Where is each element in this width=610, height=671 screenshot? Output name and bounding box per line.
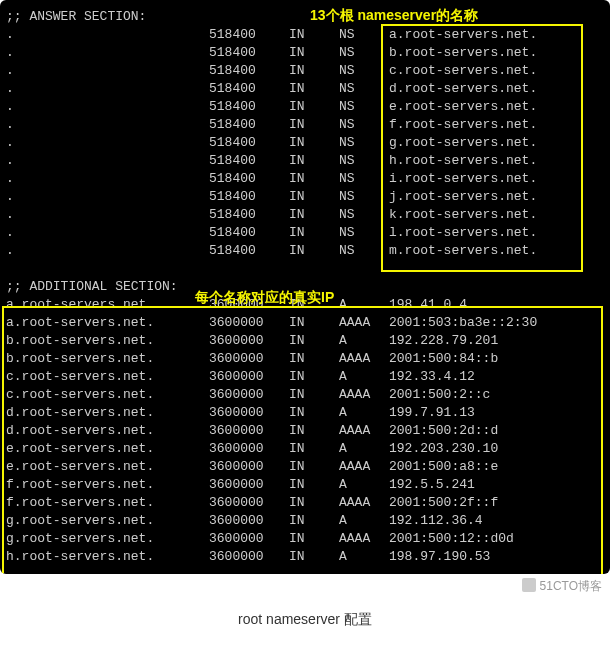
- answer-name: .: [6, 224, 209, 242]
- additional-type: A: [339, 368, 389, 386]
- additional-row: a.root-servers.net.3600000INAAAA2001:503…: [6, 314, 604, 332]
- answer-ttl: 518400: [209, 170, 289, 188]
- additional-ttl: 3600000: [209, 512, 289, 530]
- additional-type: A: [339, 548, 389, 566]
- additional-name: b.root-servers.net.: [6, 350, 209, 368]
- answer-class: IN: [289, 134, 339, 152]
- additional-name: b.root-servers.net.: [6, 332, 209, 350]
- additional-ttl: 3600000: [209, 368, 289, 386]
- additional-class: IN: [289, 476, 339, 494]
- additional-ttl: 3600000: [209, 314, 289, 332]
- additional-type: A: [339, 476, 389, 494]
- answer-type: NS: [339, 62, 389, 80]
- answer-class: IN: [289, 242, 339, 260]
- answer-ttl: 518400: [209, 134, 289, 152]
- terminal-output[interactable]: 13个根 nameserver的名称 ;; ANSWER SECTION: .5…: [0, 0, 610, 574]
- answer-value: a.root-servers.net.: [389, 26, 604, 44]
- additional-class: IN: [289, 548, 339, 566]
- answer-row: .518400INNSd.root-servers.net.: [6, 80, 604, 98]
- additional-name: h.root-servers.net.: [6, 548, 209, 566]
- additional-row: b.root-servers.net.3600000INAAAA2001:500…: [6, 350, 604, 368]
- answer-name: .: [6, 44, 209, 62]
- additional-name: g.root-servers.net.: [6, 512, 209, 530]
- additional-value: 192.112.36.4: [389, 512, 604, 530]
- additional-ttl: 3600000: [209, 404, 289, 422]
- answer-ttl: 518400: [209, 242, 289, 260]
- additional-row: d.root-servers.net.3600000INAAAA2001:500…: [6, 422, 604, 440]
- additional-value: 192.5.5.241: [389, 476, 604, 494]
- answer-value: i.root-servers.net.: [389, 170, 604, 188]
- additional-ttl: 3600000: [209, 386, 289, 404]
- answer-row: .518400INNSm.root-servers.net.: [6, 242, 604, 260]
- additional-type: A: [339, 296, 389, 314]
- answer-name: .: [6, 116, 209, 134]
- answer-class: IN: [289, 80, 339, 98]
- answer-type: NS: [339, 188, 389, 206]
- additional-name: a.root-servers.net.: [6, 296, 209, 314]
- answer-row: .518400INNSe.root-servers.net.: [6, 98, 604, 116]
- answer-value: c.root-servers.net.: [389, 62, 604, 80]
- additional-ttl: 3600000: [209, 494, 289, 512]
- additional-value: 192.228.79.201: [389, 332, 604, 350]
- additional-row: e.root-servers.net.3600000INA192.203.230…: [6, 440, 604, 458]
- additional-class: IN: [289, 368, 339, 386]
- answer-name: .: [6, 80, 209, 98]
- answer-type: NS: [339, 170, 389, 188]
- answer-row: .518400INNSf.root-servers.net.: [6, 116, 604, 134]
- additional-name: d.root-servers.net.: [6, 422, 209, 440]
- answer-value: k.root-servers.net.: [389, 206, 604, 224]
- additional-name: e.root-servers.net.: [6, 440, 209, 458]
- answer-ttl: 518400: [209, 188, 289, 206]
- additional-class: IN: [289, 386, 339, 404]
- answer-class: IN: [289, 98, 339, 116]
- answer-row: .518400INNSg.root-servers.net.: [6, 134, 604, 152]
- additional-type: AAAA: [339, 350, 389, 368]
- additional-class: IN: [289, 458, 339, 476]
- additional-section: a.root-servers.net.3600000INA198.41.0.4a…: [6, 296, 604, 566]
- answer-type: NS: [339, 242, 389, 260]
- additional-value: 2001:500:a8::e: [389, 458, 604, 476]
- answer-type: NS: [339, 224, 389, 242]
- additional-ttl: 3600000: [209, 350, 289, 368]
- answer-class: IN: [289, 206, 339, 224]
- additional-value: 198.97.190.53: [389, 548, 604, 566]
- answer-value: e.root-servers.net.: [389, 98, 604, 116]
- caption: root nameserver 配置: [0, 611, 610, 629]
- additional-class: IN: [289, 440, 339, 458]
- additional-value: 2001:500:2d::d: [389, 422, 604, 440]
- additional-ttl: 3600000: [209, 422, 289, 440]
- answer-ttl: 518400: [209, 98, 289, 116]
- additional-ttl: 3600000: [209, 548, 289, 566]
- answer-type: NS: [339, 152, 389, 170]
- additional-class: IN: [289, 530, 339, 548]
- additional-value: 2001:500:2f::f: [389, 494, 604, 512]
- answer-type: NS: [339, 134, 389, 152]
- answer-name: .: [6, 170, 209, 188]
- svg-rect-0: [522, 578, 536, 592]
- additional-value: 2001:500:12::d0d: [389, 530, 604, 548]
- answer-value: m.root-servers.net.: [389, 242, 604, 260]
- additional-class: IN: [289, 314, 339, 332]
- answer-type: NS: [339, 116, 389, 134]
- additional-type: A: [339, 404, 389, 422]
- answer-ttl: 518400: [209, 44, 289, 62]
- answer-name: .: [6, 188, 209, 206]
- answer-value: l.root-servers.net.: [389, 224, 604, 242]
- answer-class: IN: [289, 26, 339, 44]
- answer-class: IN: [289, 44, 339, 62]
- additional-value: 198.41.0.4: [389, 296, 604, 314]
- answer-name: .: [6, 62, 209, 80]
- additional-name: d.root-servers.net.: [6, 404, 209, 422]
- additional-class: IN: [289, 350, 339, 368]
- additional-class: IN: [289, 332, 339, 350]
- additional-name: a.root-servers.net.: [6, 314, 209, 332]
- answer-row: .518400INNSk.root-servers.net.: [6, 206, 604, 224]
- additional-ttl: 3600000: [209, 458, 289, 476]
- additional-class: IN: [289, 422, 339, 440]
- answer-name: .: [6, 98, 209, 116]
- answer-row: .518400INNSh.root-servers.net.: [6, 152, 604, 170]
- additional-row: g.root-servers.net.3600000INA192.112.36.…: [6, 512, 604, 530]
- answer-value: b.root-servers.net.: [389, 44, 604, 62]
- answer-row: .518400INNSi.root-servers.net.: [6, 170, 604, 188]
- answer-type: NS: [339, 80, 389, 98]
